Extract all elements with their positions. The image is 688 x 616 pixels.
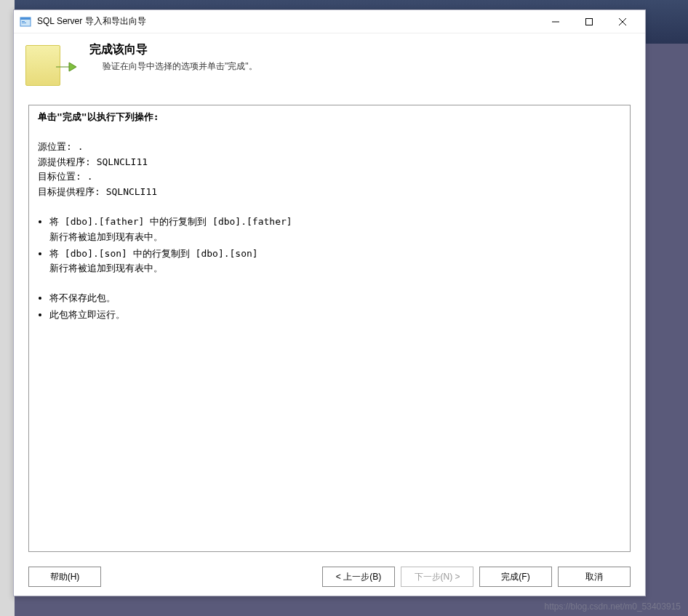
next-button: 下一步(N) >: [401, 567, 473, 587]
cancel-button[interactable]: 取消: [558, 567, 631, 587]
copy-actions-list: 将 [dbo].[father] 中的行复制到 [dbo].[father] 新…: [49, 215, 621, 276]
wizard-header: 完成该向导 验证在向导中选择的选项并单击"完成"。: [14, 33, 645, 100]
source-provider: 源提供程序: SQLNCLI11: [38, 155, 621, 170]
help-button[interactable]: 帮助(H): [28, 567, 101, 587]
list-item: 将 [dbo].[father] 中的行复制到 [dbo].[father] 新…: [49, 215, 621, 245]
watermark: https://blog.csdn.net/m0_53403915: [545, 601, 681, 612]
titlebar: SQL Server 导入和导出向导: [14, 10, 645, 33]
copy-action-sub: 新行将被追加到现有表中。: [49, 230, 621, 245]
package-actions-list: 将不保存此包。 此包将立即运行。: [49, 291, 621, 323]
location-info: 源位置: . 源提供程序: SQLNCLI11 目标位置: . 目标提供程序: …: [38, 140, 621, 200]
window-title: SQL Server 导入和导出向导: [37, 15, 539, 28]
copy-action-main: 将 [dbo].[son] 中的行复制到 [dbo].[son]: [49, 248, 258, 259]
summary-heading: 单击"完成"以执行下列操作:: [38, 110, 621, 125]
copy-action-sub: 新行将被追加到现有表中。: [49, 261, 621, 276]
close-button[interactable]: [606, 11, 639, 33]
list-item: 将不保存此包。: [49, 291, 621, 306]
background-left-fragment: [0, 0, 15, 616]
list-item: 将 [dbo].[son] 中的行复制到 [dbo].[son] 新行将被追加到…: [49, 247, 621, 277]
dest-provider: 目标提供程序: SQLNCLI11: [38, 185, 621, 200]
svg-rect-5: [586, 18, 593, 25]
svg-rect-2: [22, 21, 25, 22]
wizard-header-text: 完成该向导 验证在向导中选择的选项并单击"完成"。: [89, 39, 257, 73]
maximize-button[interactable]: [572, 11, 606, 33]
wizard-title: 完成该向导: [89, 42, 257, 57]
wizard-subtitle: 验证在向导中选择的选项并单击"完成"。: [103, 60, 257, 73]
window-controls: [539, 11, 639, 33]
svg-rect-3: [22, 23, 26, 23]
list-item: 此包将立即运行。: [49, 308, 621, 323]
copy-action-main: 将 [dbo].[father] 中的行复制到 [dbo].[father]: [49, 216, 292, 227]
source-location: 源位置: .: [38, 140, 621, 155]
wizard-footer: 帮助(H) < 上一步(B) 下一步(N) > 完成(F) 取消: [14, 558, 645, 596]
minimize-button[interactable]: [539, 11, 572, 33]
wizard-window: SQL Server 导入和导出向导 完成该向导 验证在向导中选择的选项并单击"…: [13, 9, 646, 596]
back-button[interactable]: < 上一步(B): [322, 567, 395, 587]
wizard-header-icon: [25, 39, 78, 92]
svg-rect-1: [20, 17, 31, 20]
summary-panel: 单击"完成"以执行下列操作: 源位置: . 源提供程序: SQLNCLI11 目…: [28, 105, 631, 552]
app-icon: [20, 16, 31, 28]
finish-button[interactable]: 完成(F): [479, 567, 552, 587]
dest-location: 目标位置: .: [38, 169, 621, 185]
